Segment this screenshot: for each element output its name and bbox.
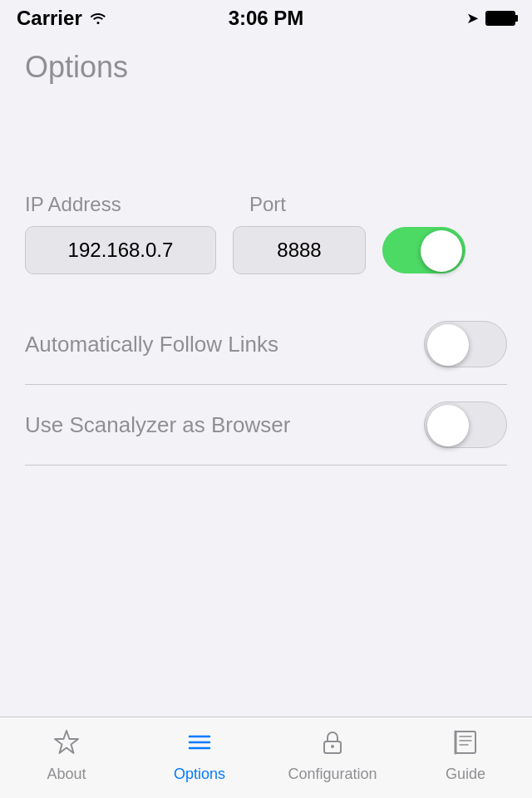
carrier-label: Carrier [17,7,82,30]
svg-point-5 [331,745,334,748]
lines-icon [185,728,214,761]
tab-guide-label: Guide [446,766,485,783]
connection-toggle-track [382,227,466,273]
auto-follow-toggle-thumb [427,324,469,366]
ip-address-label: IP Address [25,193,224,216]
auto-follow-toggle[interactable] [424,321,507,367]
tab-configuration[interactable]: Configuration [266,717,399,798]
auto-follow-label: Automatically Follow Links [25,332,278,357]
browser-toggle-thumb [427,405,469,446]
browser-row: Use Scanalyzer as Browser [25,385,507,466]
form-section: IP Address Port Automatically Follow Lin… [0,193,532,466]
ip-port-row [25,226,507,274]
star-icon [52,728,81,761]
battery-icon [485,11,515,26]
tab-options-label: Options [174,766,225,783]
tab-options[interactable]: Options [133,717,266,798]
time-display: 3:06 PM [229,7,304,30]
svg-rect-6 [456,732,475,753]
book-icon [451,728,480,761]
connection-toggle-thumb [421,230,462,272]
port-input[interactable] [233,226,366,274]
tab-configuration-label: Configuration [288,766,377,783]
tab-bar: About Options Configuration [0,717,532,798]
auto-follow-toggle-track [424,321,507,367]
wifi-icon [89,9,107,28]
main-content: IP Address Port Automatically Follow Lin… [0,193,532,466]
svg-marker-0 [55,731,78,753]
browser-toggle-track [424,401,507,448]
tab-about-label: About [47,766,86,783]
lock-icon [318,728,347,761]
status-bar: Carrier 3:06 PM ➤ [0,0,532,37]
ip-port-labels: IP Address Port [25,193,507,216]
auto-follow-row: Automatically Follow Links [25,304,507,385]
page-title: Options [0,37,532,93]
location-icon: ➤ [466,9,479,27]
port-label: Port [249,193,507,216]
connection-toggle[interactable] [382,227,466,273]
tab-about[interactable]: About [0,717,133,798]
ip-address-input[interactable] [25,226,216,274]
browser-label: Use Scanalyzer as Browser [25,412,290,438]
browser-toggle[interactable] [424,401,507,448]
tab-guide[interactable]: Guide [399,717,532,798]
